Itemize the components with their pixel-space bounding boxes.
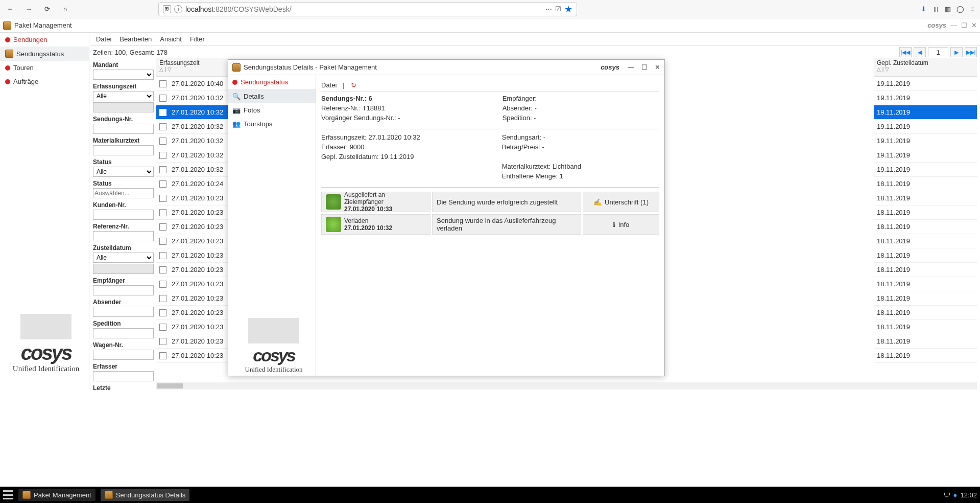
table-row[interactable]: 18.11.2019 — [874, 320, 977, 334]
checkbox[interactable] — [159, 180, 166, 188]
table-row[interactable]: 18.11.2019 — [874, 306, 977, 320]
account-icon[interactable]: ◯ — [955, 5, 965, 14]
table-row[interactable]: 18.11.2019 — [874, 263, 977, 277]
menu-ansicht[interactable]: Ansicht — [160, 35, 182, 43]
table-row[interactable]: 27.01.2020 10:23 — [156, 263, 228, 277]
table-row[interactable]: 18.11.2019 — [874, 205, 977, 220]
dialog-titlebar[interactable]: Sendungsstatus Details - Paket Managemen… — [228, 60, 664, 75]
table-row[interactable]: 18.11.2019 — [874, 234, 977, 248]
filter-sendnr[interactable] — [93, 124, 154, 134]
filter-refnr[interactable] — [93, 231, 154, 241]
dialog-maximize[interactable]: ☐ — [641, 63, 648, 71]
reload-button[interactable]: ⟳ — [40, 2, 54, 16]
start-menu-icon[interactable] — [3, 490, 13, 499]
table-row[interactable]: 19.11.2019 — [874, 148, 977, 163]
nav-sendungen[interactable]: Sendungen — [0, 33, 89, 47]
table-row[interactable]: 27.01.2020 10:23 — [156, 277, 228, 291]
dialog-refresh-icon[interactable]: ↻ — [351, 81, 356, 89]
sidebar-icon[interactable]: ▥ — [943, 5, 952, 14]
home-button[interactable]: ⌂ — [58, 2, 73, 16]
download-icon[interactable]: ⬇ — [919, 5, 928, 14]
nav-auftraege[interactable]: Aufträge — [0, 75, 89, 88]
checkbox[interactable] — [159, 281, 166, 288]
taskbar-paket-mgmt[interactable]: Paket Management — [18, 489, 95, 501]
col-header-zustell[interactable]: Gepl. Zustelldatum△ | ▽ — [874, 58, 977, 77]
filter-wagen[interactable] — [93, 350, 154, 360]
table-row[interactable]: 18.11.2019 — [874, 220, 977, 234]
nav-touren[interactable]: Touren — [0, 61, 89, 75]
pager-prev[interactable]: ◀ — [914, 47, 926, 57]
maximize-button[interactable]: ☐ — [961, 21, 967, 29]
bookmark-star-icon[interactable]: ★ — [564, 4, 572, 15]
checkbox[interactable] — [159, 338, 166, 345]
table-row[interactable]: 27.01.2020 10:23 — [156, 306, 228, 320]
filter-zustell-input[interactable] — [93, 264, 154, 274]
close-button[interactable]: ✕ — [971, 21, 977, 29]
forward-button[interactable]: → — [21, 2, 36, 16]
more-icon[interactable]: ⋯ — [545, 5, 552, 13]
table-row[interactable]: 18.11.2019 — [874, 277, 977, 291]
table-row[interactable]: 27.01.2020 10:23 — [156, 234, 228, 248]
checkbox[interactable] — [159, 209, 166, 216]
col-header-erfzeit[interactable]: Erfassungszeit△ | ▽ — [156, 58, 228, 77]
checkbox[interactable] — [159, 223, 166, 231]
checkbox[interactable] — [159, 138, 166, 145]
table-row[interactable]: 27.01.2020 10:23 — [156, 334, 228, 349]
menu-filter[interactable]: Filter — [190, 35, 205, 43]
table-row[interactable]: 18.11.2019 — [874, 191, 977, 205]
checkbox[interactable] — [159, 109, 166, 116]
filter-erfzeit-input[interactable] — [93, 102, 154, 112]
table-row[interactable]: 27.01.2020 10:32 — [156, 148, 228, 163]
tray-icon[interactable]: ● — [953, 491, 958, 499]
table-row[interactable]: 19.11.2019 — [874, 120, 977, 134]
table-row[interactable]: 18.11.2019 — [874, 177, 977, 191]
checkbox[interactable] — [159, 195, 166, 202]
table-row[interactable]: 18.11.2019 — [874, 349, 977, 363]
table-row[interactable]: 27.01.2020 10:23 — [156, 320, 228, 334]
dialog-nav-tourstops[interactable]: 👥Tourstops — [228, 117, 316, 131]
table-row[interactable]: 27.01.2020 10:23 — [156, 291, 228, 306]
dialog-minimize[interactable]: — — [628, 63, 634, 71]
checkbox[interactable] — [159, 123, 166, 130]
checkbox[interactable] — [159, 309, 166, 316]
pager-page[interactable]: 1 — [928, 47, 948, 57]
filter-kundennr[interactable] — [93, 210, 154, 220]
taskbar-details[interactable]: Sendungsstatus Details — [101, 489, 190, 501]
table-row[interactable]: 27.01.2020 10:23 — [156, 205, 228, 220]
checkbox[interactable] — [159, 166, 166, 173]
pager-next[interactable]: ▶ — [950, 47, 963, 57]
menu-datei[interactable]: Datei — [96, 35, 111, 43]
table-row[interactable]: 27.01.2020 10:24 — [156, 177, 228, 191]
table-row[interactable]: 19.11.2019 — [874, 163, 977, 177]
menu-bearbeiten[interactable]: Bearbeiten — [119, 35, 152, 43]
dialog-tab-status[interactable]: Sendungsstatus — [228, 75, 316, 89]
event-action-button[interactable]: ✍Unterschrift (1) — [583, 192, 659, 212]
tray-icon[interactable]: 🛡 — [944, 491, 950, 499]
filter-material[interactable] — [93, 145, 154, 155]
checkbox[interactable] — [159, 266, 166, 273]
table-row[interactable]: 27.01.2020 10:23 — [156, 248, 228, 263]
url-bar[interactable]: ⛨ i localhost:8280/COSYSWebDesk/ ⋯ ☑ ★ — [158, 2, 577, 16]
pager-last[interactable]: ▶▶| — [965, 47, 977, 57]
filter-erfasser[interactable] — [93, 371, 154, 381]
dialog-menu-datei[interactable]: Datei — [321, 81, 337, 89]
checkbox[interactable] — [159, 95, 166, 102]
table-row[interactable]: 27.01.2020 10:32 — [156, 134, 228, 148]
checkbox[interactable] — [159, 352, 166, 359]
table-row[interactable]: 27.01.2020 10:23 — [156, 349, 228, 363]
filter-status2[interactable] — [93, 188, 154, 198]
nav-sendungsstatus[interactable]: Sendungsstatus — [0, 47, 89, 61]
pager-first[interactable]: |◀◀ — [899, 47, 912, 57]
table-row[interactable]: 19.11.2019 — [874, 77, 977, 91]
filter-sped[interactable] — [93, 328, 154, 338]
filter-status[interactable]: Alle — [93, 167, 154, 177]
horizontal-scrollbar[interactable] — [156, 382, 977, 390]
table-row[interactable]: 27.01.2020 10:23 — [156, 191, 228, 205]
dialog-nav-fotos[interactable]: 📷Fotos — [228, 103, 316, 117]
event-action-button[interactable]: ℹInfo — [583, 214, 659, 235]
table-row[interactable]: 27.01.2020 10:40 — [156, 77, 228, 91]
filter-zustell[interactable]: Alle — [93, 253, 154, 263]
table-row[interactable]: 19.11.2019 — [874, 105, 977, 120]
dialog-nav-details[interactable]: 🔍Details — [228, 89, 316, 103]
menu-icon[interactable]: ≡ — [968, 5, 977, 14]
